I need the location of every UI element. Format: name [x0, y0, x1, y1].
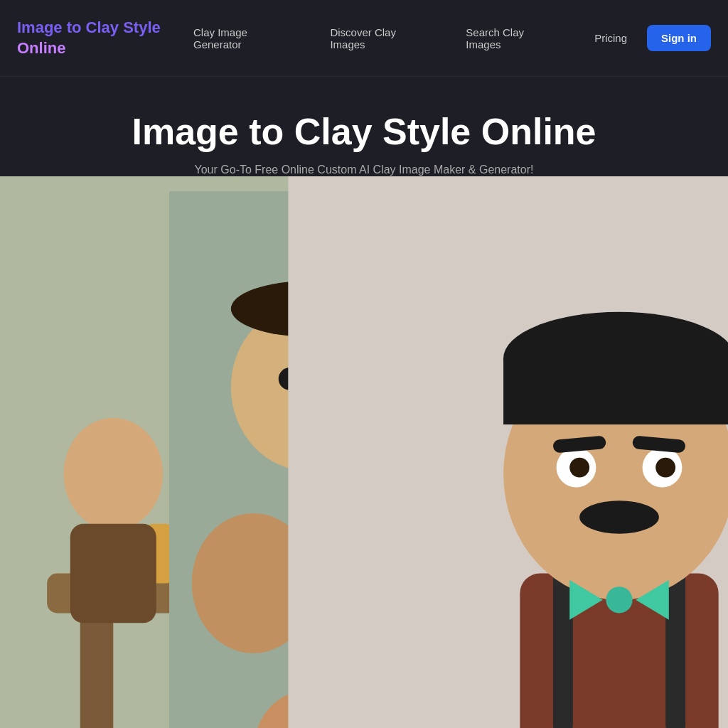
nav-link-search-clay[interactable]: Search Clay Images — [446, 21, 574, 56]
svg-point-67 — [606, 587, 633, 613]
nav-links: Clay Image Generator Discover Clay Image… — [173, 21, 647, 56]
nav-link-pricing[interactable]: Pricing — [574, 26, 647, 50]
hero-subtitle: Your Go-To Free Online Custom AI Clay Im… — [14, 164, 714, 176]
nav-link-discover-clay[interactable]: Discover Clay Images — [310, 21, 446, 56]
navbar: Image to Clay Style Online Clay Image Ge… — [0, 0, 728, 77]
svg-point-64 — [579, 500, 659, 534]
signin-button[interactable]: Sign in — [647, 25, 711, 51]
page-title: Image to Clay Style Online — [14, 111, 714, 154]
example-image-4 — [542, 454, 698, 626]
nav-link-clay-image-generator[interactable]: Clay Image Generator — [173, 21, 310, 56]
svg-point-61 — [655, 457, 675, 477]
svg-point-60 — [569, 457, 589, 477]
logo-text-1: Image to Clay Style — [17, 18, 161, 36]
logo-text-2: Online — [17, 39, 65, 57]
site-logo[interactable]: Image to Clay Style Online — [17, 18, 173, 58]
hero-section: Image to Clay Style Online Your Go-To Fr… — [0, 77, 728, 728]
example-image-card-4[interactable] — [541, 454, 699, 658]
example-images-grid — [16, 454, 712, 658]
